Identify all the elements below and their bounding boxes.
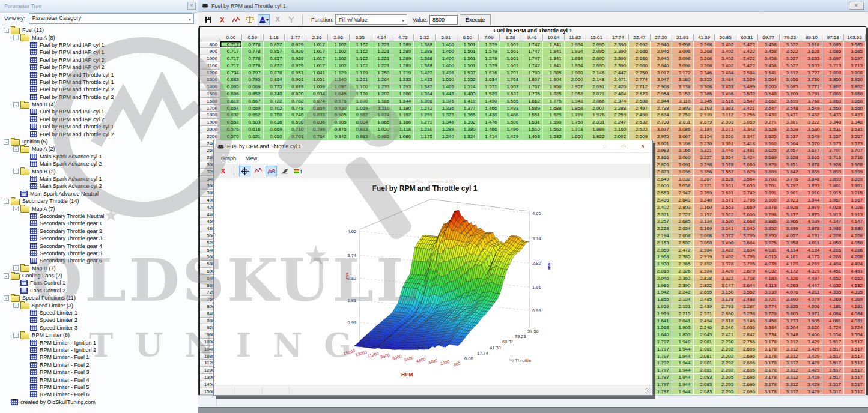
table-cell[interactable]: 1.496 — [436, 70, 457, 77]
table-cell[interactable]: 0.701 — [285, 133, 306, 140]
table-cell[interactable]: 1.532 — [543, 133, 565, 140]
table-cell[interactable]: 3.517 — [844, 381, 866, 388]
table-cell[interactable]: 3.103 — [694, 105, 715, 112]
menu-view[interactable]: View — [241, 155, 262, 161]
axis-value-dropdown-button[interactable] — [258, 14, 270, 25]
table-cell[interactable]: 3.226 — [715, 133, 736, 140]
table-cell[interactable]: 0.930 — [328, 105, 350, 112]
table-cell[interactable]: 1.976 — [586, 112, 608, 119]
table-cell[interactable]: 0.652 — [242, 112, 264, 119]
table-cell[interactable]: 2.910 — [694, 112, 715, 119]
table-cell[interactable]: 4.183 — [758, 275, 780, 282]
table-cell[interactable]: 3.348 — [780, 331, 801, 339]
column-header[interactable]: 4.14 — [371, 34, 393, 41]
table-cell[interactable]: 4.208 — [822, 232, 844, 240]
table-cell[interactable]: 3.446 — [715, 147, 736, 154]
table-cell[interactable]: 1.483 — [457, 91, 479, 98]
table-cell[interactable]: 2.081 — [694, 360, 715, 367]
table-cell[interactable]: 3.068 — [694, 232, 715, 240]
table-cell[interactable]: 2.215 — [672, 310, 694, 318]
table-cell[interactable]: 2.420 — [607, 83, 629, 91]
tree-item[interactable]: Fuel by RPM and IAP cyl 1 — [1, 41, 198, 49]
table-cell[interactable]: 3.287 — [736, 303, 758, 310]
tree-item[interactable]: RPM Limiter - Fuel 4 — [1, 376, 198, 383]
table-cell[interactable]: 3.578 — [715, 161, 736, 169]
table-cell[interactable]: 3.913 — [822, 211, 844, 219]
expand-toggle[interactable]: - — [4, 273, 9, 279]
table-cell[interactable]: 0.842 — [328, 133, 350, 140]
table-cell[interactable]: 1.319 — [392, 70, 414, 77]
table-cell[interactable]: 1.019 — [350, 105, 371, 112]
table-cell[interactable]: 3.891 — [758, 190, 780, 197]
table-cell[interactable]: 2.686 — [629, 55, 651, 62]
tree-item[interactable]: Secondary Throttle gear 3 — [1, 235, 198, 242]
table-cell[interactable]: 3.644 — [736, 282, 758, 289]
table-cell[interactable]: 3.312 — [780, 360, 801, 367]
column-header[interactable]: 31.93 — [672, 34, 694, 41]
table-cell[interactable]: 3.928 — [780, 204, 801, 211]
table-cell[interactable]: 0.632 — [220, 112, 242, 119]
table-cell[interactable]: 1.240 — [436, 133, 457, 140]
table-cell[interactable]: 3.146 — [736, 318, 758, 325]
table-cell[interactable]: 2.079 — [586, 91, 608, 98]
expand-toggle[interactable]: - — [13, 146, 19, 152]
table-cell[interactable]: 2.685 — [672, 218, 694, 225]
tree-item[interactable]: Secondary Throttle gear 6 — [1, 257, 198, 264]
table-cell[interactable]: 3.797 — [780, 182, 801, 190]
table-cell[interactable]: 2.485 — [694, 296, 715, 303]
table-cell[interactable]: 1.590 — [543, 119, 565, 126]
table-cell[interactable]: 2.202 — [715, 367, 736, 374]
table-cell[interactable]: 3.517 — [822, 381, 844, 388]
column-header[interactable]: 69.77 — [758, 34, 780, 41]
table-cell[interactable]: 3.166 — [672, 147, 694, 154]
table-cell[interactable]: 4.269 — [844, 296, 866, 303]
table-cell[interactable]: 3.547 — [736, 98, 758, 105]
table-cell[interactable]: 2.946 — [651, 62, 672, 70]
function-select[interactable]: Fill w/ Value ▾ — [335, 14, 407, 25]
table-cell[interactable]: 3.905 — [801, 318, 823, 325]
row-header[interactable]: 1400 — [200, 83, 220, 91]
tree-item[interactable]: Fuel by RPM and Throttle cyl 1 — [1, 71, 198, 78]
table-cell[interactable]: 0.857 — [264, 48, 285, 55]
table-cell[interactable]: 3.665 — [801, 154, 823, 161]
table-cell[interactable]: 3.662 — [758, 98, 780, 105]
table-cell[interactable]: 3.347 — [736, 133, 758, 140]
table-cell[interactable]: 1.289 — [392, 55, 414, 62]
table-cell[interactable]: 2.041 — [672, 318, 694, 325]
table-cell[interactable]: 1.938 — [651, 261, 672, 268]
table-cell[interactable]: 2.059 — [651, 247, 672, 254]
table-cell[interactable]: 4.208 — [844, 232, 866, 240]
table-cell[interactable]: 0.836 — [306, 119, 328, 126]
table-cell[interactable]: 1.797 — [651, 346, 672, 353]
table-cell[interactable]: 4.076 — [780, 289, 801, 296]
row-header[interactable]: 800 — [200, 41, 220, 49]
table-cell[interactable]: 1.102 — [328, 48, 350, 55]
table-cell[interactable]: 3.618 — [801, 41, 823, 49]
column-header[interactable]: 9.46 — [521, 34, 543, 41]
table-cell[interactable]: 2.540 — [715, 324, 736, 331]
table-cell[interactable]: 1.568 — [651, 324, 672, 331]
table-cell[interactable]: 3.271 — [715, 126, 736, 133]
table-cell[interactable]: 3.908 — [822, 161, 844, 169]
row-header[interactable]: 1900 — [200, 119, 220, 126]
table-cell[interactable]: 4.039 — [801, 218, 823, 225]
table-cell[interactable]: 1.160 — [350, 83, 371, 91]
table-cell[interactable]: 3.554 — [844, 331, 866, 339]
table-cell[interactable]: 0.748 — [264, 91, 285, 98]
table-cell[interactable]: 3.908 — [844, 161, 866, 169]
table-cell[interactable]: 3.525 — [758, 133, 780, 140]
table-cell[interactable]: 3.517 — [844, 339, 866, 346]
table-cell[interactable]: 3.268 — [694, 48, 715, 55]
table-cell[interactable]: 0.576 — [220, 126, 242, 133]
table-cell[interactable]: 2.582 — [672, 240, 694, 247]
table-cell[interactable]: 3.890 — [780, 296, 801, 303]
table-cell[interactable]: 1.501 — [457, 41, 479, 49]
colorbar-button[interactable]: 1 — [292, 166, 303, 176]
table-cell[interactable]: 0.700 — [264, 112, 285, 119]
table-cell[interactable]: 3.098 — [672, 55, 694, 62]
column-header[interactable]: 50.85 — [715, 34, 736, 41]
table-cell[interactable]: 1.162 — [350, 62, 371, 70]
table-cell[interactable]: 3.378 — [715, 261, 736, 268]
table-cell[interactable]: 1.009 — [306, 83, 328, 91]
table-cell[interactable]: 3.308 — [694, 83, 715, 91]
